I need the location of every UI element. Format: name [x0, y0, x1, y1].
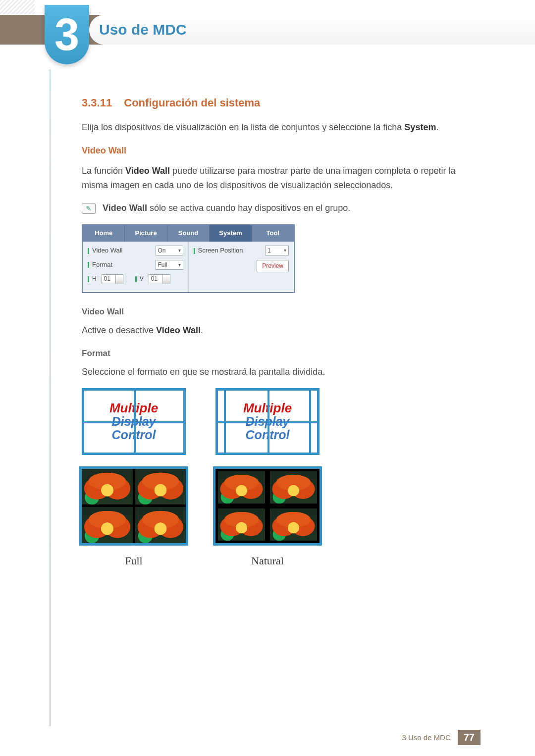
- flower-tile: [135, 469, 186, 505]
- h-value: 01: [104, 274, 110, 284]
- logo-box-full: Multiple Display Control: [82, 388, 186, 455]
- v-spinner[interactable]: 01 ▲ ▼: [149, 274, 170, 284]
- format-full-column: Multiple Display Control Full: [82, 388, 186, 569]
- panel-tabs: Home Picture Sound System Tool: [83, 225, 294, 242]
- v-label: V: [135, 274, 144, 284]
- page-footer: 3 Uso de MDC 77: [402, 730, 481, 745]
- flower-tile: [82, 507, 133, 543]
- format-dropdown[interactable]: Full: [156, 260, 183, 270]
- videowall-field-label: Video Wall: [88, 246, 122, 256]
- footer-text: 3 Uso de MDC: [402, 733, 450, 742]
- note-text: Video Wall sólo se activa cuando hay dis…: [103, 201, 350, 215]
- screenpos-value: 1: [268, 246, 271, 255]
- spinner-up-icon[interactable]: ▲: [117, 275, 121, 282]
- vw-toggle-post: .: [201, 325, 203, 335]
- format-natural-column: Multiple Display Control Natural: [215, 388, 320, 569]
- note-icon: ✎: [82, 203, 96, 214]
- flower-tile: [218, 508, 265, 541]
- flower-tile: [270, 471, 317, 504]
- videowall-paragraph: La función Video Wall puede utilizarse p…: [82, 164, 481, 193]
- spinner-up-icon[interactable]: ▲: [164, 275, 168, 282]
- format-examples-row: Multiple Display Control Full Multiple D…: [82, 388, 481, 569]
- caption-natural: Natural: [215, 552, 320, 569]
- videowall-heading: Video Wall: [82, 305, 481, 318]
- vw-toggle-bold: Video Wall: [156, 325, 201, 335]
- note-bold: Video Wall: [103, 203, 147, 213]
- vw-text-pre: La función: [82, 166, 125, 176]
- flower-grid-full: [82, 469, 186, 543]
- videowall-subheading: Video Wall: [82, 144, 481, 158]
- note-rest: sólo se activa cuando hay dispositivos e…: [147, 203, 350, 213]
- tab-sound[interactable]: Sound: [167, 225, 210, 242]
- section-number: 3.3.11: [82, 97, 112, 109]
- videowall-toggle-para: Active o desactive Video Wall.: [82, 323, 481, 338]
- vw-toggle-pre: Active o desactive: [82, 325, 156, 335]
- spinner-down-icon[interactable]: ▼: [117, 277, 121, 283]
- caption-full: Full: [82, 552, 186, 569]
- logo-line2: Display: [246, 415, 290, 428]
- panel-body: Video Wall On Format Full H 01 ▲ ▼: [83, 242, 294, 292]
- tab-system[interactable]: System: [210, 225, 252, 242]
- videowall-dropdown[interactable]: On: [156, 246, 183, 255]
- intro-text-bold: System: [404, 122, 436, 132]
- tab-home[interactable]: Home: [83, 225, 125, 242]
- format-field-label: Format: [88, 260, 112, 270]
- screenpos-dropdown[interactable]: 1: [265, 246, 289, 255]
- videowall-value: On: [158, 246, 166, 255]
- logo-line1: Multiple: [109, 402, 158, 415]
- panel-col-left: Video Wall On Format Full H 01 ▲ ▼: [83, 242, 188, 292]
- screenpos-label: Screen Position: [194, 246, 243, 256]
- flower-tile: [135, 507, 186, 543]
- format-para: Seleccione el formato en que se mostrará…: [82, 365, 481, 379]
- intro-text-pre: Elija los dispositivos de visualización …: [82, 122, 404, 132]
- flower-tile: [218, 471, 265, 504]
- flower-grid-natural: [215, 469, 320, 543]
- section-heading: 3.3.11 Configuración del sistema: [82, 94, 481, 111]
- h-spinner[interactable]: 01 ▲ ▼: [102, 274, 123, 284]
- format-value: Full: [158, 260, 167, 270]
- chapter-title: Uso de MDC: [0, 15, 535, 45]
- logo-box-natural: Multiple Display Control: [215, 388, 320, 455]
- format-heading: Format: [82, 347, 481, 360]
- v-value: 01: [151, 274, 158, 284]
- note-row: ✎ Video Wall sólo se activa cuando hay d…: [82, 201, 481, 215]
- panel-col-right: Screen Position 1 Preview: [188, 242, 294, 292]
- settings-panel-screenshot: Home Picture Sound System Tool Video Wal…: [82, 224, 295, 293]
- page-number: 77: [458, 730, 481, 745]
- left-rail: [50, 69, 51, 726]
- flower-tile: [270, 508, 317, 541]
- spinner-down-icon[interactable]: ▼: [164, 277, 168, 283]
- preview-button[interactable]: Preview: [257, 260, 289, 272]
- section-title: Configuración del sistema: [124, 97, 260, 109]
- vw-text-bold: Video Wall: [125, 166, 170, 176]
- logo-line2: Display: [112, 415, 156, 428]
- tab-tool[interactable]: Tool: [252, 225, 294, 242]
- intro-paragraph: Elija los dispositivos de visualización …: [82, 120, 481, 135]
- h-label: H: [88, 274, 97, 284]
- logo-line3: Control: [112, 428, 156, 441]
- tab-picture[interactable]: Picture: [125, 225, 167, 242]
- logo-line3: Control: [246, 428, 290, 441]
- content-body: 3.3.11 Configuración del sistema Elija l…: [82, 94, 481, 569]
- intro-text-post: .: [436, 122, 438, 132]
- logo-line1: Multiple: [243, 402, 292, 415]
- flower-tile: [82, 469, 133, 505]
